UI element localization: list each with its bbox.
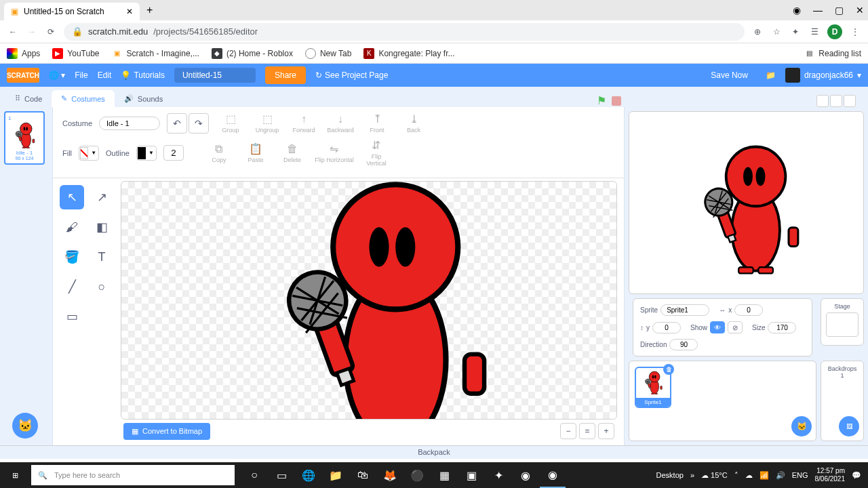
stage-small-icon[interactable] [816,95,829,107]
flip-horizontal-button[interactable]: ⇋Flip Horizontal [314,142,355,163]
extensions-icon[interactable]: ✦ [789,27,802,37]
outline-swatch[interactable]: ▼ [136,146,157,161]
onedrive-icon[interactable]: ☁ [745,471,753,480]
bookmark-newtab[interactable]: New Tab [305,48,351,59]
weather-widget[interactable]: ☁ 15°C [701,471,728,480]
stage-thumb-panel[interactable]: Stage [821,298,864,346]
maximize-icon[interactable]: ▢ [835,5,844,16]
forward-button[interactable]: ↑Forward [289,113,319,134]
tab-costumes[interactable]: ✎ Costumes [52,90,115,107]
task-view-icon[interactable]: ▭ [269,462,294,488]
line-tool-icon[interactable]: ╱ [60,274,84,299]
zoom-icon[interactable]: ⊕ [751,27,764,37]
add-sprite-button[interactable]: 🐱 [791,416,812,436]
outline-width-input[interactable] [163,145,184,161]
desktop-toolbar[interactable]: Desktop [656,471,684,479]
taskbar-search[interactable]: 🔍 Type here to search [31,465,235,485]
firefox-icon[interactable]: 🦊 [377,462,403,488]
edge-icon[interactable]: 🌐 [296,462,321,488]
bookmark-roblox[interactable]: ◆(2) Home - Roblox [212,48,293,59]
menu-icon[interactable]: ⋮ [849,27,861,37]
save-now-button[interactable]: Save Now [711,70,748,80]
user-menu[interactable]: dragonjack66 ▾ [785,68,861,83]
share-button[interactable]: Share [265,66,306,84]
language-indicator[interactable]: ENG [792,471,808,479]
profile-avatar[interactable]: D [827,24,842,39]
sprite-thumb[interactable]: 🗑 Sprite1 [635,367,671,408]
new-tab-button[interactable]: + [146,4,153,16]
bookmark-kongregate[interactable]: KKongregate: Play fr... [363,48,454,59]
my-stuff-icon[interactable]: 📁 [766,70,776,80]
account-icon[interactable]: ◉ [793,5,801,16]
url-bar[interactable]: 🔒 scratch.mit.edu/projects/541656185/edi… [64,23,745,41]
app-icon-3[interactable]: ✦ [486,462,511,488]
back-button[interactable]: ⤓Back [399,113,429,134]
hide-sprite-icon[interactable]: ⊘ [728,321,743,333]
tray-up-icon[interactable]: ˄ [734,471,738,480]
forward-icon[interactable]: → [26,27,38,37]
close-window-icon[interactable]: ✕ [856,5,864,16]
see-project-page[interactable]: ↻ See Project Page [315,70,388,80]
stage-large-icon[interactable] [830,95,842,107]
zoom-in-icon[interactable]: + [598,423,614,439]
chrome-icon[interactable]: ◉ [540,462,566,488]
rectangle-tool-icon[interactable]: ▭ [60,304,84,329]
chevron-icon[interactable]: » [690,471,694,479]
stage-view[interactable] [629,111,864,294]
obs-icon[interactable]: ⚫ [404,462,430,488]
sprite-name-input[interactable] [660,304,709,316]
notifications-icon[interactable]: 💬 [852,471,861,480]
fullscreen-icon[interactable] [844,95,856,107]
tab-sounds[interactable]: 🔊 Sounds [115,90,172,107]
circle-tool-icon[interactable]: ○ [90,274,114,299]
file-menu[interactable]: File [75,70,87,80]
minimize-icon[interactable]: — [813,5,823,16]
convert-bitmap-button[interactable]: ▦ Convert to Bitmap [123,423,210,440]
app-icon-2[interactable]: ▣ [458,462,484,488]
tutorials-button[interactable]: 💡 Tutorials [121,70,165,80]
bookmark-youtube[interactable]: ▶YouTube [52,48,99,59]
zoom-out-icon[interactable]: − [560,423,576,439]
project-name-input[interactable]: Untitled-15 [174,68,256,83]
reload-icon[interactable]: ⟳ [45,27,57,37]
backward-button[interactable]: ↓Backward [326,113,355,134]
delete-button[interactable]: 🗑Delete [277,143,307,163]
add-backdrop-button[interactable]: 🖼 [839,416,859,436]
start-button[interactable]: ⊞ [0,462,30,488]
group-button[interactable]: ⬚Group [216,113,245,134]
paste-button[interactable]: 📋Paste [241,142,271,163]
paint-canvas[interactable] [121,181,617,420]
browser-tab[interactable]: ▣ Untitled-15 on Scratch ✕ [4,3,140,20]
apps-shortcut[interactable]: Apps [7,48,40,59]
front-button[interactable]: ⤒Front [362,113,392,134]
reading-list-button[interactable]: ▤Reading list [804,48,861,59]
zoom-reset-icon[interactable]: = [579,423,595,439]
steam-icon[interactable]: ◉ [513,462,538,488]
backpack-bar[interactable]: Backpack [0,445,868,459]
eraser-tool-icon[interactable]: ◧ [90,215,114,239]
sprite-x-input[interactable] [734,304,763,316]
back-icon[interactable]: ← [7,27,19,37]
language-icon[interactable]: 🌐 ▾ [49,70,65,80]
app-icon-1[interactable]: ▦ [431,462,457,488]
close-tab-icon[interactable]: ✕ [126,7,133,16]
edit-menu[interactable]: Edit [98,70,112,80]
fill-swatch[interactable]: ▼ [79,146,99,161]
wifi-icon[interactable]: 📶 [760,471,769,480]
delete-sprite-icon[interactable]: 🗑 [663,364,674,375]
star-icon[interactable]: ☆ [770,27,783,37]
reading-list-icon[interactable]: ☰ [808,27,821,37]
stop-icon[interactable] [612,96,621,106]
fill-tool-icon[interactable]: 🪣 [60,245,84,269]
volume-icon[interactable]: 🔊 [776,471,785,480]
store-icon[interactable]: 🛍 [350,462,376,488]
add-costume-button[interactable]: 🐱 [12,413,38,439]
costume-name-input[interactable] [99,117,160,130]
cortana-icon[interactable]: ○ [241,462,267,488]
bookmark-scratch[interactable]: ▣Scratch - Imagine,... [112,48,199,59]
text-tool-icon[interactable]: T [90,245,114,269]
clock[interactable]: 12:57 pm 8/06/2021 [815,467,846,483]
show-sprite-icon[interactable]: 👁 [710,321,725,333]
reshape-tool-icon[interactable]: ↗ [90,185,114,209]
explorer-icon[interactable]: 📁 [323,462,349,488]
